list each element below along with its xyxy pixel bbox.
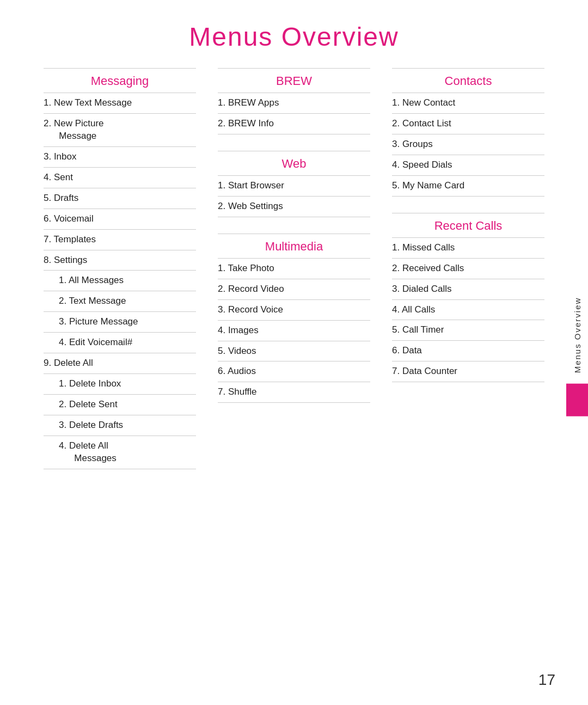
list-item: 2. Web Settings <box>218 197 370 217</box>
list-item: 3. Dialed Calls <box>392 279 544 300</box>
section-messaging: Messaging 1. New Text Message 2. New Pic… <box>44 68 196 469</box>
list-item: 2. New Picture Message <box>44 114 196 147</box>
list-item: 1. Take Photo <box>218 259 370 279</box>
list-item: 3. Inbox <box>44 147 196 168</box>
column-contacts-recent: Contacts 1. New Contact 2. Contact List … <box>381 68 555 486</box>
list-item: 3. Record Voice <box>218 300 370 321</box>
list-item: 1. Delete Inbox <box>44 374 196 395</box>
list-item: 6. Audios <box>218 361 370 382</box>
content-area: Messaging 1. New Text Message 2. New Pic… <box>0 68 588 518</box>
list-item: 2. Text Message <box>44 291 196 312</box>
list-item: 3. Groups <box>392 134 544 155</box>
column-brew-web-multimedia: BREW 1. BREW Apps 2. BREW Info Web 1. St… <box>207 68 381 486</box>
list-item: 8. Settings <box>44 250 196 271</box>
list-item: 1. Start Browser <box>218 176 370 197</box>
list-item: 4. Edit Voicemail# <box>44 333 196 353</box>
list-item: 5. My Name Card <box>392 176 544 197</box>
list-item: 6. Data <box>392 341 544 361</box>
list-item: 6. Voicemail <box>44 209 196 230</box>
list-item: 4. All Calls <box>392 300 544 321</box>
section-title-recent-calls: Recent Calls <box>392 219 544 233</box>
list-item: 2. Record Video <box>218 279 370 300</box>
section-web: Web 1. Start Browser 2. Web Settings <box>218 151 370 217</box>
list-item: 9. Delete All <box>44 353 196 374</box>
list-item: 1. New Contact <box>392 93 544 114</box>
section-title-messaging: Messaging <box>44 74 196 88</box>
list-item: 7. Templates <box>44 230 196 250</box>
column-messaging: Messaging 1. New Text Message 2. New Pic… <box>33 68 207 486</box>
side-label: Menus Overview <box>567 289 587 381</box>
list-item: 3. Delete Drafts <box>44 415 196 436</box>
page-title: Menus Overview <box>0 0 588 68</box>
list-item: 5. Call Timer <box>392 320 544 341</box>
section-contacts: Contacts 1. New Contact 2. Contact List … <box>392 68 544 197</box>
page-number: 17 <box>538 671 555 689</box>
section-title-contacts: Contacts <box>392 74 544 88</box>
list-item: 2. BREW Info <box>218 114 370 134</box>
list-item: 7. Shuffle <box>218 382 370 403</box>
list-item: 1. All Messages <box>44 271 196 291</box>
list-item: 2. Delete Sent <box>44 395 196 415</box>
list-item: 4. Images <box>218 321 370 341</box>
list-item: 2. Contact List <box>392 114 544 134</box>
list-item: 1. BREW Apps <box>218 93 370 114</box>
list-item: 1. Missed Calls <box>392 238 544 259</box>
list-item: 7. Data Counter <box>392 361 544 382</box>
section-multimedia: Multimedia 1. Take Photo 2. Record Video… <box>218 234 370 403</box>
section-title-multimedia: Multimedia <box>218 240 370 254</box>
side-label-container: Menus Overview <box>566 289 588 416</box>
list-item: 2. Received Calls <box>392 259 544 279</box>
section-brew: BREW 1. BREW Apps 2. BREW Info <box>218 68 370 134</box>
side-accent-bar <box>566 384 588 416</box>
section-title-web: Web <box>218 157 370 171</box>
section-recent-calls: Recent Calls 1. Missed Calls 2. Received… <box>392 213 544 383</box>
section-title-brew: BREW <box>218 74 370 88</box>
list-item: 5. Videos <box>218 341 370 362</box>
list-item: 4. Sent <box>44 168 196 188</box>
list-item: 5. Drafts <box>44 188 196 209</box>
list-item: 4. Speed Dials <box>392 155 544 176</box>
list-item: 3. Picture Message <box>44 312 196 333</box>
list-item: 4. Delete All Messages <box>44 436 196 469</box>
list-item: 1. New Text Message <box>44 93 196 114</box>
